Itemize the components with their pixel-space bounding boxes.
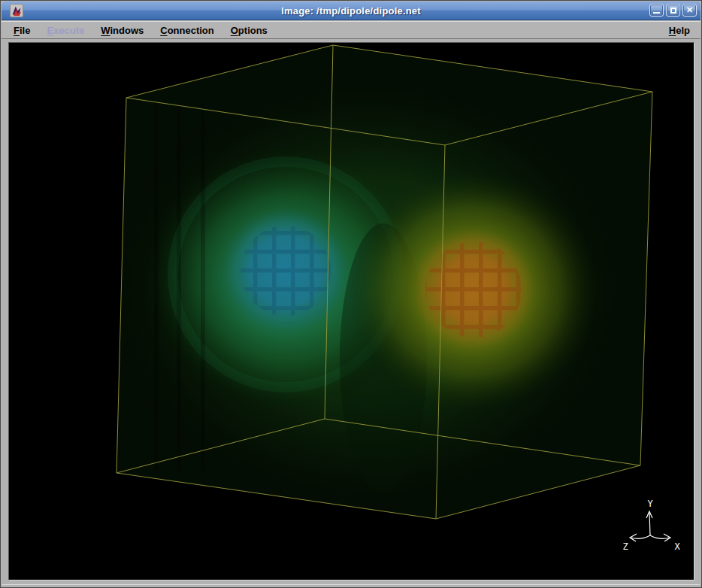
menubar: File Execute Windows Connection Options … xyxy=(2,21,700,39)
menu-execute[interactable]: Execute xyxy=(42,23,89,38)
window-title: Image: /tmp/dipole/dipole.net xyxy=(2,5,700,17)
menu-file[interactable]: File xyxy=(9,23,35,38)
minimize-icon xyxy=(653,12,660,14)
minimize-button[interactable] xyxy=(649,4,664,17)
maximize-button[interactable] xyxy=(666,4,680,17)
render-viewport[interactable]: Y X Z xyxy=(8,42,694,580)
dipole-volume-render: Y X Z xyxy=(9,43,694,580)
menu-help[interactable]: Help xyxy=(664,23,694,38)
app-icon xyxy=(10,4,23,17)
axis-label-x: X xyxy=(674,541,680,552)
menu-windows[interactable]: Windows xyxy=(96,23,148,38)
axis-label-y: Y xyxy=(647,499,653,509)
titlebar[interactable]: Image: /tmp/dipole/dipole.net ✕ xyxy=(2,2,700,20)
close-button[interactable]: ✕ xyxy=(682,4,697,17)
menu-connection[interactable]: Connection xyxy=(156,23,219,38)
menu-options[interactable]: Options xyxy=(226,23,272,38)
window-controls: ✕ xyxy=(649,4,697,17)
axis-label-z: Z xyxy=(622,541,628,552)
close-icon: ✕ xyxy=(686,6,693,14)
maximize-icon xyxy=(670,8,676,14)
image-window: Image: /tmp/dipole/dipole.net ✕ File Exe… xyxy=(0,0,702,588)
volume-rendering xyxy=(99,45,652,519)
frame-bevel xyxy=(2,584,700,585)
